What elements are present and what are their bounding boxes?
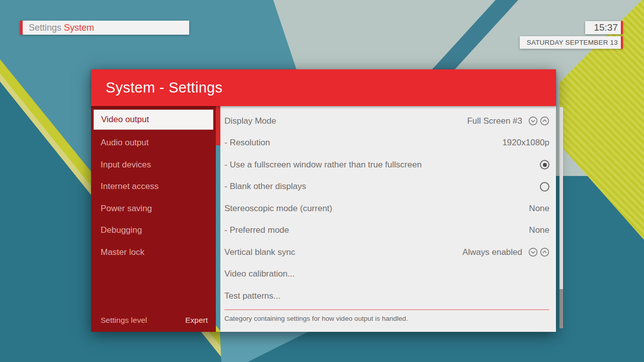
setting-row[interactable]: - Use a fullscreen window rather than tr… [224, 154, 549, 176]
settings-level-value: Expert [185, 316, 208, 325]
setting-row[interactable]: Vertical blank syncAlways enabled [224, 241, 549, 263]
setting-label: Stereoscopic mode (current) [224, 204, 332, 214]
sidebar-item-input-devices[interactable]: Input devices [91, 154, 216, 176]
setting-control [540, 182, 549, 192]
setting-label: - Use a fullscreen window rather than tr… [224, 160, 422, 170]
setting-value: None [529, 204, 549, 214]
radio-dot [543, 163, 547, 167]
setting-row[interactable]: Test patterns... [224, 285, 549, 307]
setting-label: - Resolution [224, 138, 270, 148]
setting-value: Always enabled [462, 247, 522, 257]
breadcrumb-section: Settings [29, 23, 64, 33]
chevron-up-circle-icon[interactable] [540, 247, 549, 257]
dialog-body: Video outputAudio outputInput devicesInt… [91, 106, 556, 332]
setting-row[interactable]: - Blank other displays [224, 176, 549, 198]
sidebar-item-debugging[interactable]: Debugging [91, 219, 216, 241]
help-text: Category containing settings for how vid… [224, 310, 549, 322]
setting-value: None [529, 225, 549, 235]
setting-control: None [529, 225, 549, 235]
sidebar-item-audio-output[interactable]: Audio output [91, 132, 216, 154]
setting-label: Vertical blank sync [224, 247, 295, 257]
breadcrumb-subsection: System [64, 23, 94, 33]
clock-time-label: 15:37 [594, 22, 618, 33]
chevron-down-circle-icon[interactable] [528, 116, 538, 126]
setting-label: Test patterns... [224, 291, 281, 301]
setting-label: Video calibration... [224, 269, 295, 279]
clock-date-label: SATURDAY SEPTEMBER 13 [527, 39, 618, 46]
chevron-down-circle-icon[interactable] [528, 247, 538, 257]
setting-control: None [529, 204, 549, 214]
dialog-header: System - Settings [91, 69, 556, 106]
sidebar-item-master-lock[interactable]: Master lock [91, 241, 216, 263]
setting-control: Always enabled [462, 247, 549, 257]
sidebar-item-internet-access[interactable]: Internet access [91, 175, 216, 198]
breadcrumb: Settings System [20, 21, 189, 35]
settings-panel: Display ModeFull Screen #3- Resolution19… [220, 106, 556, 332]
chevron-up-circle-icon[interactable] [540, 116, 549, 126]
setting-label: - Preferred mode [224, 225, 289, 235]
setting-row[interactable]: - Resolution1920x1080p [224, 132, 549, 154]
settings-dialog: System - Settings Video outputAudio outp… [91, 69, 556, 332]
dialog-title: System - Settings [106, 79, 222, 96]
setting-control [540, 160, 549, 169]
settings-level-row[interactable]: Settings level Expert [91, 316, 216, 325]
spinner-buttons [528, 247, 549, 257]
settings-level-label: Settings level [101, 316, 147, 325]
setting-row[interactable]: - Preferred modeNone [224, 220, 549, 242]
setting-value: Full Screen #3 [467, 116, 522, 126]
setting-label: - Blank other displays [224, 182, 306, 192]
sidebar-item-power-saving[interactable]: Power saving [91, 198, 216, 220]
category-sidebar: Video outputAudio outputInput devicesInt… [91, 106, 216, 332]
clock-time: 15:37 [585, 21, 623, 34]
setting-value: 1920x1080p [502, 138, 549, 148]
category-list: Video outputAudio outputInput devicesInt… [91, 110, 216, 263]
setting-control: 1920x1080p [502, 138, 549, 148]
radio-off-icon[interactable] [540, 182, 549, 192]
spinner-buttons [528, 116, 549, 126]
focus-indicator-strip [216, 106, 220, 145]
settings-list: Display ModeFull Screen #3- Resolution19… [224, 110, 549, 307]
clock-date: SATURDAY SEPTEMBER 13 [520, 36, 623, 49]
setting-row[interactable]: Display ModeFull Screen #3 [224, 110, 549, 132]
sidebar-item-video-output[interactable]: Video output [94, 110, 213, 130]
setting-label: Display Mode [224, 116, 276, 126]
scrollbar-thumb[interactable] [559, 289, 563, 328]
setting-row[interactable]: Video calibration... [224, 263, 549, 286]
setting-control: Full Screen #3 [467, 116, 549, 126]
radio-on-icon[interactable] [540, 160, 549, 169]
setting-row[interactable]: Stereoscopic mode (current)None [224, 198, 549, 220]
